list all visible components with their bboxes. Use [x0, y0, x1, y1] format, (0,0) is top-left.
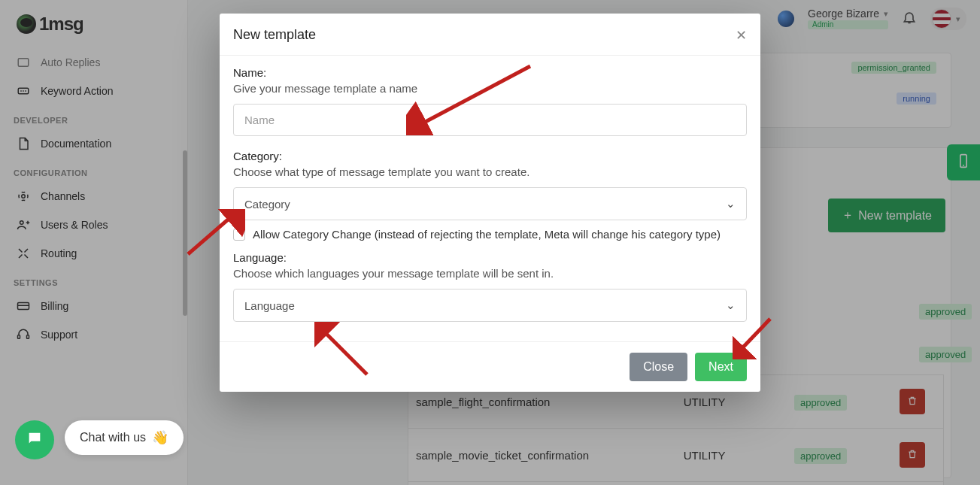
allow-category-change-checkbox[interactable]: Allow Category Change (instead of reject…: [233, 228, 747, 241]
category-select[interactable]: Category ⌄: [233, 187, 747, 220]
chevron-down-icon: ⌄: [726, 299, 736, 312]
field-description: Choose what type of message template you…: [233, 165, 747, 178]
new-template-modal: New template ✕ Name: Give your message t…: [220, 14, 760, 392]
next-button[interactable]: Next: [695, 353, 747, 381]
field-description: Choose which languages your message temp…: [233, 267, 747, 280]
button-label: Close: [643, 360, 674, 373]
field-description: Give your message template a name: [233, 82, 747, 95]
field-language: Language: Choose which languages your me…: [233, 251, 747, 322]
field-label: Name:: [233, 66, 747, 79]
language-select[interactable]: Language ⌄: [233, 289, 747, 322]
checkbox-box: [233, 229, 245, 241]
chat-icon: [26, 430, 43, 450]
field-name: Name: Give your message template a name: [233, 66, 747, 136]
chat-with-us-pill[interactable]: Chat with us 👋: [65, 420, 184, 455]
wave-hand-icon: 👋: [152, 429, 168, 446]
checkbox-label: Allow Category Change (instead of reject…: [253, 228, 721, 241]
chat-pill-label: Chat with us: [80, 431, 146, 444]
field-label: Language:: [233, 251, 747, 264]
chat-fab[interactable]: [15, 420, 54, 459]
close-icon: ✕: [736, 28, 747, 43]
modal-overlay[interactable]: New template ✕ Name: Give your message t…: [0, 0, 980, 485]
chevron-down-icon: ⌄: [726, 197, 736, 211]
select-placeholder: Language: [244, 299, 295, 312]
field-category: Category: Choose what type of message te…: [233, 150, 747, 220]
field-label: Category:: [233, 150, 747, 162]
button-label: Next: [708, 360, 733, 373]
modal-close-button[interactable]: ✕: [736, 29, 747, 42]
name-input[interactable]: [233, 104, 747, 136]
modal-body: Name: Give your message template a name …: [220, 56, 760, 341]
modal-title: New template: [233, 27, 316, 43]
modal-header: New template ✕: [220, 14, 760, 56]
modal-footer: Close Next: [220, 341, 760, 392]
close-button[interactable]: Close: [630, 353, 687, 381]
select-placeholder: Category: [244, 198, 290, 211]
